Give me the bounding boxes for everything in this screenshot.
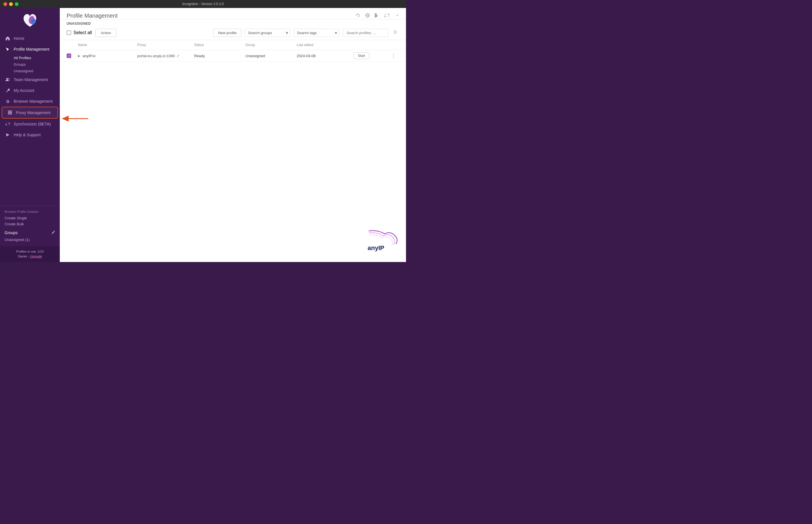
sidebar-item-browser-management-label: Browser Management [14, 99, 53, 103]
gear-icon [5, 99, 10, 104]
sidebar-item-profile-management[interactable]: Profile Management [0, 44, 60, 55]
table-settings-icon[interactable] [392, 29, 399, 37]
proxy-connected-icon: ✓ [176, 53, 180, 58]
sidebar-logo [0, 8, 60, 33]
globe-icon[interactable] [365, 13, 370, 19]
row-profile-name: ▶ anyIP.io [78, 54, 137, 58]
sidebar-subitem-all-profiles[interactable]: All Profiles [14, 55, 60, 61]
search-profiles-input[interactable] [343, 29, 388, 37]
svg-point-2 [6, 78, 8, 80]
app-body: Home Profile Management All Profiles Gro… [0, 8, 406, 262]
col-menu-header [388, 43, 399, 47]
svg-rect-5 [8, 112, 12, 113]
sidebar: Home Profile Management All Profiles Gro… [0, 8, 60, 262]
sidebar-item-browser-management[interactable]: Browser Management [0, 96, 60, 107]
sidebar-item-help-support-label: Help & Support [14, 133, 41, 137]
forward-icon[interactable] [394, 13, 399, 19]
team-icon [5, 77, 10, 82]
profiles-usage: Profiles in use: 1/10 Starter - Upgrade [0, 246, 60, 262]
sync-icon[interactable] [384, 13, 389, 19]
create-single-link[interactable]: Create Single [4, 215, 55, 221]
window-controls [3, 2, 18, 6]
row-proxy: portal-eu.anyip.io:1080 ✓ [137, 53, 194, 58]
table-area: Name Proxy Status Group Last edited ▶ an… [60, 40, 406, 262]
maximize-button[interactable] [15, 2, 18, 6]
select-all-area: Select all [67, 30, 92, 35]
sidebar-item-synchronizer[interactable]: Synchronizer (BETA) [0, 119, 60, 129]
svg-rect-4 [8, 111, 12, 112]
new-profile-button[interactable]: New profile [213, 29, 241, 37]
action-button[interactable]: Action [95, 29, 116, 37]
plan-text: Starter - Upgrade [4, 254, 55, 259]
sidebar-bottom: Browser Profile Creation Create Single C… [0, 206, 60, 246]
sidebar-subitem-unassigned[interactable]: Unassigned [14, 68, 60, 74]
svg-rect-10 [394, 30, 395, 32]
search-tags-select[interactable]: Search tags [294, 29, 339, 37]
group-item-unassigned[interactable]: Unassigned (1) [4, 237, 55, 242]
plan-label: Starter - [18, 255, 30, 258]
col-status-header: Status [194, 43, 245, 47]
row-checkbox[interactable] [67, 53, 78, 58]
home-icon [5, 36, 10, 41]
sidebar-item-home-label: Home [14, 36, 24, 41]
profiles-in-use-text: Profiles in use: 1/10 [4, 249, 55, 254]
refresh-settings-icon[interactable] [355, 13, 361, 19]
sync-icon [5, 121, 10, 127]
main-header: Profile Management [60, 8, 406, 19]
svg-rect-12 [394, 33, 395, 34]
proxy-address-text: portal-eu.anyip.io:1080 [137, 54, 175, 58]
close-button[interactable] [3, 2, 7, 6]
window-title: Incogniton - Version 3.5.3.0 [182, 2, 224, 6]
page-title: Profile Management [67, 13, 117, 19]
moon-icon[interactable] [375, 13, 380, 19]
section-label: UNASSIGNED [60, 19, 406, 26]
toolbar: Select all Action New profile Search gro… [60, 26, 406, 40]
col-proxy-header: Proxy [137, 43, 194, 47]
profile-management-subitems: All Profiles Groups Unassigned [0, 55, 60, 74]
sidebar-item-my-account[interactable]: My Account [0, 85, 60, 96]
expand-arrow-icon[interactable]: ▶ [78, 54, 80, 58]
minimize-button[interactable] [9, 2, 13, 6]
browser-profile-creation-label: Browser Profile Creation [4, 210, 55, 213]
header-icons [355, 13, 399, 19]
main-content: Profile Management UNASSIGNED [60, 8, 406, 262]
sidebar-subitem-groups[interactable]: Groups [14, 61, 60, 68]
create-bulk-link[interactable]: Create Bulk [4, 221, 55, 227]
groups-title: Groups [4, 230, 18, 235]
sidebar-item-my-account-label: My Account [14, 88, 34, 93]
svg-point-3 [8, 78, 10, 79]
row-status: Ready [194, 54, 245, 58]
sidebar-item-synchronizer-label: Synchronizer (BETA) [14, 122, 51, 126]
row-last-edited: 2024-03-08 [297, 54, 354, 58]
row-more-menu[interactable]: ⋮ [388, 53, 399, 59]
sidebar-item-help-support[interactable]: Help & Support [0, 129, 60, 140]
title-bar: Incogniton - Version 3.5.3.0 [0, 0, 406, 8]
sidebar-item-home[interactable]: Home [0, 33, 60, 44]
table-icon [7, 110, 13, 115]
row-start-btn[interactable]: Start [354, 52, 388, 59]
col-name-header: Name [78, 43, 137, 47]
col-group-header: Group [245, 43, 297, 47]
svg-rect-11 [396, 32, 397, 33]
start-button[interactable]: Start [354, 52, 369, 59]
search-tags-wrapper: Search tags [294, 29, 339, 37]
sidebar-item-proxy-management[interactable]: Proxy Management [2, 107, 58, 119]
edit-groups-icon[interactable] [51, 230, 55, 235]
sidebar-item-proxy-management-label: Proxy Management [16, 110, 50, 115]
logo-icon [21, 13, 39, 30]
select-all-label: Select all [74, 30, 92, 35]
search-groups-wrapper: Search groups [245, 29, 290, 37]
table-header: Name Proxy Status Group Last edited [60, 40, 406, 50]
col-checkbox-header [67, 43, 78, 47]
sidebar-item-team-management[interactable]: Team Management [0, 74, 60, 85]
col-last-edited-header: Last edited [297, 43, 354, 47]
groups-header: Groups [4, 230, 55, 235]
search-groups-select[interactable]: Search groups [245, 29, 290, 37]
send-icon [5, 132, 10, 137]
cursor-icon [5, 47, 10, 52]
select-all-checkbox[interactable] [67, 30, 71, 35]
upgrade-link[interactable]: Upgrade [30, 255, 42, 258]
col-action-header [354, 43, 388, 47]
svg-rect-6 [8, 114, 12, 114]
sidebar-item-team-management-label: Team Management [14, 77, 48, 82]
